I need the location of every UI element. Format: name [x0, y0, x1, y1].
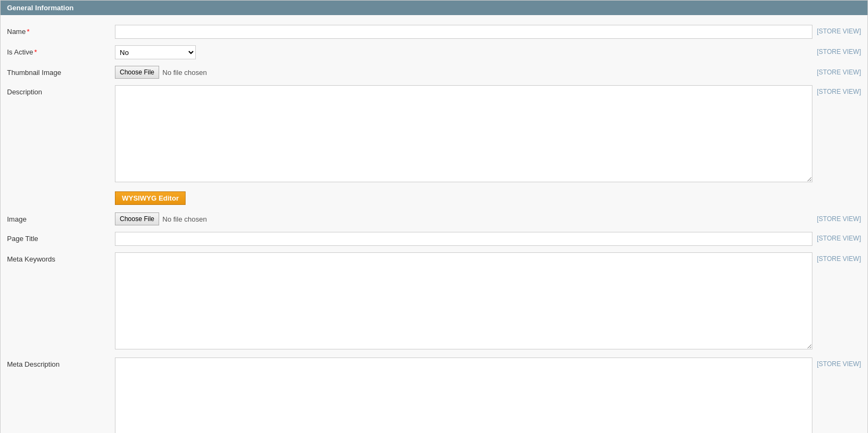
panel-header: General Information: [1, 1, 867, 15]
meta-description-label: Meta Description: [7, 358, 115, 368]
description-textarea[interactable]: [115, 85, 812, 182]
panel-title: General Information: [7, 4, 74, 12]
thumbnail-no-file-text: No file chosen: [162, 68, 207, 77]
meta-description-store-view[interactable]: [STORE VIEW]: [812, 358, 861, 368]
meta-keywords-row: Meta Keywords [STORE VIEW]: [1, 249, 867, 354]
thumbnail-image-field: Choose File No file chosen: [115, 66, 812, 79]
is-active-store-view[interactable]: [STORE VIEW]: [812, 45, 861, 56]
thumbnail-image-row: Thumbnail Image Choose File No file chos…: [1, 63, 867, 82]
meta-keywords-store-view[interactable]: [STORE VIEW]: [812, 252, 861, 263]
description-row: Description [STORE VIEW]: [1, 82, 867, 187]
image-file-wrapper: Choose File No file chosen: [115, 212, 812, 225]
image-label: Image: [7, 212, 115, 223]
meta-description-field: [115, 358, 812, 433]
image-field: Choose File No file chosen: [115, 212, 812, 225]
general-information-panel: General Information Name* [STORE VIEW] I…: [0, 0, 868, 433]
thumbnail-choose-file-button[interactable]: Choose File: [115, 66, 159, 79]
name-field: [115, 25, 812, 39]
image-choose-file-button[interactable]: Choose File: [115, 212, 159, 225]
name-store-view[interactable]: [STORE VIEW]: [812, 25, 861, 35]
image-row: Image Choose File No file chosen [STORE …: [1, 209, 867, 229]
is-active-row: Is Active* No Yes [STORE VIEW]: [1, 42, 867, 63]
image-store-view[interactable]: [STORE VIEW]: [812, 212, 861, 223]
wysiwyg-row: WYSIWYG Editor: [1, 187, 867, 209]
meta-description-textarea[interactable]: [115, 358, 812, 433]
is-active-label: Is Active*: [7, 45, 115, 56]
page-title-input[interactable]: [115, 232, 812, 246]
wysiwyg-editor-button[interactable]: WYSIWYG Editor: [115, 191, 186, 205]
name-label: Name*: [7, 25, 115, 36]
thumbnail-file-wrapper: Choose File No file chosen: [115, 66, 812, 79]
is-active-field: No Yes: [115, 45, 812, 59]
meta-keywords-textarea[interactable]: [115, 252, 812, 349]
thumbnail-image-label: Thumbnail Image: [7, 66, 115, 77]
description-label: Description: [7, 85, 115, 96]
is-active-select[interactable]: No Yes: [115, 45, 196, 59]
description-store-view[interactable]: [STORE VIEW]: [812, 85, 861, 95]
image-no-file-text: No file chosen: [162, 215, 207, 223]
page-title-store-view[interactable]: [STORE VIEW]: [812, 232, 861, 242]
panel-body: Name* [STORE VIEW] Is Active* No Yes [ST…: [1, 15, 867, 433]
page-title-field: [115, 232, 812, 246]
meta-keywords-label: Meta Keywords: [7, 252, 115, 263]
thumbnail-store-view[interactable]: [STORE VIEW]: [812, 66, 861, 76]
is-active-required: *: [34, 48, 37, 56]
name-required: *: [27, 28, 30, 36]
description-field: [115, 85, 812, 184]
name-input[interactable]: [115, 25, 812, 39]
page-title-label: Page Title: [7, 232, 115, 243]
meta-description-row: Meta Description [STORE VIEW]: [1, 354, 867, 433]
meta-keywords-field: [115, 252, 812, 351]
page-title-row: Page Title [STORE VIEW]: [1, 229, 867, 249]
name-row: Name* [STORE VIEW]: [1, 22, 867, 42]
